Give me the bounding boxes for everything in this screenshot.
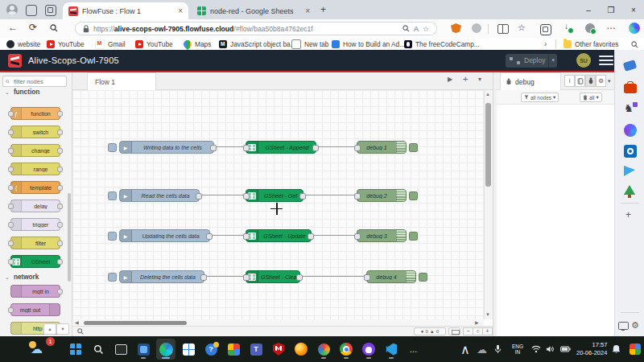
output-port[interactable] <box>299 193 306 200</box>
add-sidebar-app-icon[interactable]: + <box>625 209 631 220</box>
bookmark-new-tab[interactable]: New tab <box>291 39 328 49</box>
chrome-icon[interactable] <box>336 339 356 360</box>
inject-button[interactable] <box>108 273 117 282</box>
office-icon[interactable] <box>314 339 333 360</box>
gsheet-append-node[interactable]: GSheet - Append <box>246 141 316 154</box>
sidebar-settings-icon[interactable]: ⚙ <box>631 320 639 331</box>
onedrive-cloud-icon[interactable]: ☁ <box>477 336 487 362</box>
bookmark-maps[interactable]: Maps <box>184 39 211 49</box>
debug-toggle-button[interactable] <box>409 143 418 152</box>
deploy-options-caret[interactable]: ▾ <box>548 54 557 68</box>
tab-search-icon[interactable] <box>26 5 37 16</box>
gsheet-update-node[interactable]: GSheet - Update <box>246 229 312 242</box>
vscode-icon[interactable] <box>382 339 401 360</box>
edge-icon[interactable] <box>156 339 175 360</box>
bookmark-youtube-2[interactable]: YouTube <box>135 39 173 49</box>
output-port[interactable] <box>308 233 314 240</box>
canvas-search-icon[interactable] <box>77 328 84 335</box>
firefox-icon[interactable] <box>291 339 311 360</box>
clear-debug-button[interactable]: all ▾ <box>580 93 602 102</box>
tree-icon[interactable] <box>624 185 635 195</box>
mcafee-icon[interactable] <box>269 339 288 360</box>
next-tab-icon[interactable]: ▶ <box>448 76 452 83</box>
debug-toggle-button[interactable] <box>419 273 427 282</box>
window-restore-button[interactable]: ❐ <box>601 0 621 19</box>
palette-node-delay[interactable]: delay <box>10 200 60 212</box>
palette-scrollbar[interactable] <box>68 193 71 282</box>
inject-node-deleting[interactable]: ▶ Deleting the cells data <box>119 270 204 283</box>
browser-tab-flowfuse[interactable]: FlowFuse : Flow 1 × <box>63 2 188 19</box>
address-bar[interactable]: https://alive-scops-owl-7905.flowfuse.cl… <box>75 22 437 35</box>
browser-tab-sheets[interactable]: node-red - Google Sheets × <box>192 2 316 19</box>
palette-node-mqtt-out[interactable]: mqtt out <box>10 303 60 316</box>
search-icon[interactable] <box>50 24 58 32</box>
read-aloud-icon[interactable]: A <box>414 25 419 33</box>
favorite-star-icon[interactable]: ☆ <box>423 25 429 33</box>
bookmarks-overflow-chevron[interactable]: › <box>544 39 547 49</box>
sidebar-tabs-caret[interactable]: ▾ <box>608 78 611 84</box>
output-port[interactable] <box>296 274 303 281</box>
new-tab-button[interactable]: + <box>320 4 326 15</box>
taskbar-search-icon[interactable] <box>89 339 108 360</box>
games-icon[interactable]: ♞ <box>624 103 637 116</box>
wifi-icon[interactable] <box>531 336 541 362</box>
workspace-tab-flow1[interactable]: Flow 1 <box>87 72 156 90</box>
microsoft-365-icon[interactable] <box>624 124 637 137</box>
close-icon[interactable]: × <box>178 7 183 15</box>
inject-node-writing[interactable]: ▶ Writing data to the cells <box>119 141 214 154</box>
send-plane-icon[interactable] <box>624 166 635 176</box>
extension-icon[interactable] <box>472 23 481 33</box>
palette-node-filter[interactable]: filter <box>10 237 60 249</box>
user-avatar[interactable]: SU <box>576 53 591 68</box>
scroll-left-icon[interactable]: ◀ <box>75 319 79 325</box>
output-port[interactable] <box>206 233 213 240</box>
palette-category-network[interactable]: ⌄ network <box>5 274 39 281</box>
inject-node-updating[interactable]: ▶ Updating the cells data <box>119 229 210 242</box>
bookmark-js-object[interactable]: JavaScript object ba... <box>219 39 296 49</box>
scroll-up-icon[interactable]: ▲ <box>485 92 490 97</box>
scroll-down-icon[interactable]: ▼ <box>485 312 490 317</box>
scroll-right-icon[interactable]: ▶ <box>475 319 479 325</box>
volume-icon[interactable] <box>546 336 555 362</box>
output-port[interactable] <box>196 193 202 200</box>
metamask-extension-icon[interactable] <box>451 23 461 33</box>
add-flow-button[interactable]: + <box>463 74 468 84</box>
customize-sidebar-icon[interactable] <box>618 322 629 330</box>
input-port[interactable] <box>243 145 250 151</box>
bookmark-freecodecamp[interactable]: The freeCodeCamp... <box>404 39 480 49</box>
collections-icon[interactable] <box>540 24 551 35</box>
debug-node-1[interactable]: debug 1 <box>357 141 407 154</box>
canvas-horizontal-scroll-thumb[interactable] <box>84 321 187 325</box>
task-view-icon[interactable] <box>111 339 130 360</box>
split-screen-icon[interactable] <box>497 24 509 34</box>
palette-search[interactable] <box>2 76 67 87</box>
battery-icon[interactable] <box>560 336 571 362</box>
inject-button[interactable] <box>108 191 117 200</box>
input-port[interactable] <box>354 193 361 200</box>
palette-node-trigger[interactable]: trigger <box>10 218 60 231</box>
palette-node-gsheet[interactable]: GSheet <box>10 255 60 268</box>
other-favorites-folder[interactable]: Other favorites <box>564 39 618 49</box>
copilot-icon[interactable] <box>629 23 640 34</box>
output-port[interactable] <box>210 145 217 151</box>
reload-button[interactable]: ⟳ <box>29 22 37 33</box>
gsheet-clear-node[interactable]: GSheet - Clear <box>246 270 300 283</box>
browser-essentials-icon[interactable] <box>585 23 595 33</box>
more-menu-icon[interactable]: … <box>606 20 616 31</box>
palette-node-change[interactable]: change <box>10 144 60 157</box>
microphone-icon[interactable] <box>494 336 502 362</box>
flow-status-badge[interactable]: ● 0 ▲ 0 <box>414 327 446 335</box>
output-port[interactable] <box>312 145 319 151</box>
close-icon[interactable]: × <box>305 7 310 15</box>
favorites-icon[interactable]: ☆ <box>518 23 526 33</box>
weather-widget[interactable]: ☁ 1 <box>24 339 58 360</box>
google-workspace-icon[interactable] <box>224 339 243 360</box>
downloads-icon[interactable] <box>564 23 572 32</box>
get-help-icon[interactable]: ? <box>201 339 221 360</box>
debug-node-2[interactable]: debug 2 <box>357 189 407 202</box>
flow-canvas[interactable] <box>72 90 484 319</box>
teams-icon[interactable]: T <box>246 339 266 360</box>
palette-collapse-all-button[interactable]: ▲ <box>43 323 56 335</box>
debug-toggle-button[interactable] <box>409 232 418 241</box>
palette-expand-all-button[interactable]: ▼ <box>56 323 69 335</box>
